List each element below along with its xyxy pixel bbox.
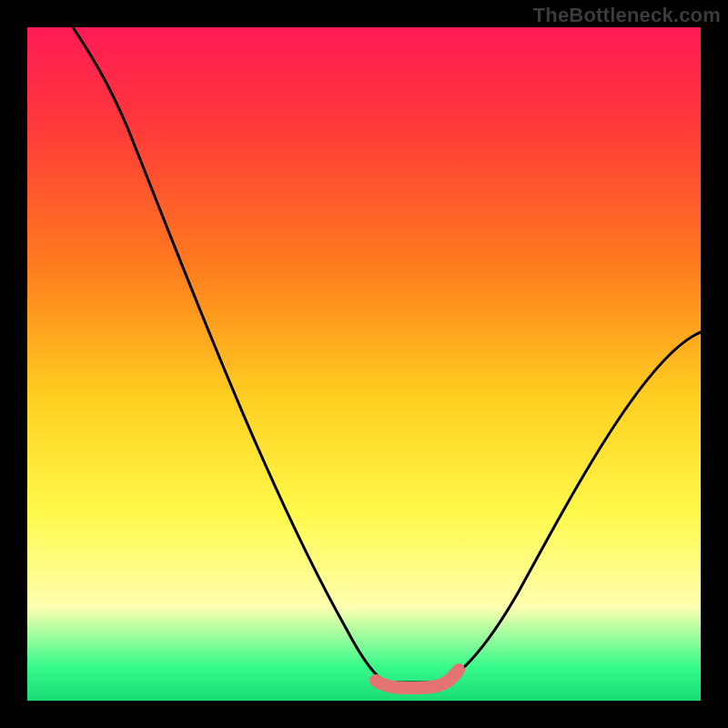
watermark-text: TheBottleneck.com	[533, 4, 721, 27]
flat-bottom-segment	[376, 670, 459, 688]
curve-svg	[27, 27, 701, 701]
chart-frame: TheBottleneck.com	[0, 0, 728, 728]
bottleneck-curve-line	[73, 27, 701, 682]
plot-area	[27, 27, 701, 701]
